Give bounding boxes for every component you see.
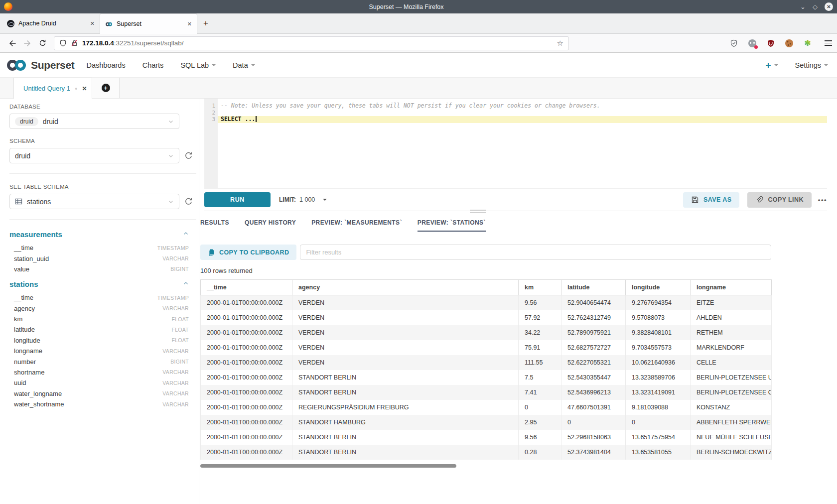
firefox-logo-icon — [4, 2, 12, 11]
tracking-shield-icon[interactable] — [59, 39, 67, 47]
editor-line: 3SELECT ... — [204, 116, 827, 123]
copy-to-clipboard-button[interactable]: COPY TO CLIPBOARD — [200, 245, 296, 260]
url-bar[interactable]: 172.18.0.4:32251/superset/sqllab/ ☆ — [54, 36, 569, 50]
window-maximize-icon[interactable]: ◇ — [813, 3, 818, 10]
copy-link-button[interactable]: COPY LINK — [747, 192, 811, 208]
new-item-button[interactable]: + — [765, 60, 778, 71]
pocket-shield-icon[interactable] — [729, 39, 738, 48]
editor-line: 1-- Note: Unless you save your query, th… — [204, 103, 827, 110]
nav-item-charts[interactable]: Charts — [142, 61, 164, 69]
table-cell: MARKLENDORF — [691, 340, 772, 355]
browser-tab-apache-druid[interactable]: Apache Druid✕ — [2, 13, 100, 33]
table-cell: VERDEN — [292, 325, 519, 340]
column-header-agency[interactable]: agency — [292, 280, 519, 295]
column-name: value — [14, 265, 29, 273]
pane-resize-handle[interactable] — [470, 210, 486, 213]
refresh-schema-icon[interactable] — [184, 151, 193, 160]
table-schema-header[interactable]: stations — [9, 279, 189, 288]
table-cell: 111.55 — [519, 355, 561, 370]
new-browser-tab-button[interactable]: + — [197, 13, 214, 33]
results-tab-preview-stations[interactable]: PREVIEW: `STATIONS` — [418, 219, 486, 232]
nav-item-data[interactable]: Data — [233, 61, 255, 69]
table-cell: 9.7034557573 — [626, 340, 691, 355]
table-row: 2000-01-01T00:00:00.000ZVERDEN34.2252.78… — [201, 325, 772, 340]
table-cell: VERDEN — [292, 355, 519, 370]
horizontal-scrollbar[interactable] — [200, 464, 771, 468]
chevron-down-icon — [251, 64, 255, 66]
window-close-icon[interactable]: ✕ — [825, 2, 833, 11]
table-select[interactable]: stations — [9, 194, 179, 209]
url-text[interactable]: 172.18.0.4:32251/superset/sqllab/ — [82, 39, 553, 47]
table-row: 2000-01-01T00:00:00.000ZSTANDORT BERLIN0… — [201, 445, 772, 460]
superset-logo[interactable]: Superset — [5, 58, 74, 72]
more-options-icon[interactable]: ••• — [818, 196, 827, 204]
reload-button[interactable] — [35, 39, 50, 47]
column-type: VARCHAR — [162, 348, 189, 354]
scrollbar-thumb[interactable] — [200, 464, 456, 468]
line-number: 3 — [204, 116, 218, 123]
refresh-tables-icon[interactable] — [184, 197, 193, 206]
column-name: __time — [14, 294, 33, 301]
results-tab-results[interactable]: RESULTS — [200, 219, 229, 232]
menu-hamburger-icon[interactable] — [825, 40, 832, 46]
schema-select[interactable]: druid — [9, 148, 179, 163]
add-query-tab-button[interactable]: + — [92, 78, 120, 98]
run-button[interactable]: RUN — [204, 192, 271, 207]
table-row: 2000-01-01T00:00:00.000ZVERDEN75.9152.68… — [201, 340, 772, 355]
column-header-longitude[interactable]: longitude — [626, 280, 691, 295]
column-header-time[interactable]: __time — [201, 280, 292, 295]
table-cell: 0 — [561, 415, 626, 430]
browser-tab-superset[interactable]: Superset✕ — [100, 13, 197, 34]
sparkle-extension-icon[interactable]: ✱ — [803, 39, 812, 48]
browser-tab-title: Apache Druid — [18, 20, 86, 27]
column-header-km[interactable]: km — [519, 280, 561, 295]
table-cell: 0.28 — [519, 445, 561, 460]
forward-button[interactable] — [20, 39, 35, 47]
results-tab-preview-measurements[interactable]: PREVIEW: `MEASUREMENTS` — [311, 219, 402, 232]
limit-dropdown[interactable]: LIMIT: 1 000 — [279, 196, 327, 203]
window-minimize-icon[interactable]: ⌄ — [800, 3, 806, 10]
settings-menu[interactable]: Settings — [795, 61, 828, 69]
schema-column-row: uuidVARCHAR — [9, 378, 189, 388]
tab-state-dot-icon: ● — [75, 86, 77, 91]
table-cell: 7.41 — [519, 385, 561, 400]
nav-item-sql-lab[interactable]: SQL Lab — [180, 61, 216, 69]
text-cursor-icon — [256, 116, 257, 122]
filter-results-input[interactable] — [300, 245, 771, 260]
table-cell: EITZE — [691, 295, 772, 310]
ublock-extension-icon[interactable] — [766, 39, 775, 48]
query-tab-title[interactable]: Untitled Query 1 — [23, 85, 70, 92]
bookmark-star-icon[interactable]: ☆ — [557, 39, 563, 48]
table-cell: VERDEN — [292, 295, 519, 310]
schema-column-row: agencyVARCHAR — [9, 303, 189, 314]
table-row: 2000-01-01T00:00:00.000ZSTANDORT BERLIN7… — [201, 385, 772, 400]
save-as-button[interactable]: SAVE AS — [683, 192, 739, 208]
column-header-longname[interactable]: longname — [691, 280, 772, 295]
table-row: 2000-01-01T00:00:00.000ZVERDEN9.5652.904… — [201, 295, 772, 310]
cookie-extension-icon[interactable] — [785, 39, 794, 48]
nav-item-dashboards[interactable]: Dashboards — [86, 61, 125, 69]
chevron-up-icon[interactable] — [183, 230, 189, 239]
table-cell: 9.56 — [519, 295, 561, 310]
close-icon[interactable]: ✕ — [82, 85, 87, 92]
table-schema-header[interactable]: measurements — [9, 230, 189, 239]
table-cell: 75.91 — [519, 340, 561, 355]
database-select[interactable]: druid druid — [9, 114, 179, 129]
chevron-up-icon[interactable] — [183, 279, 189, 288]
table-cell: STANDORT BERLIN — [292, 430, 519, 445]
database-badge: druid — [15, 117, 38, 126]
query-tab[interactable]: Untitled Query 1 ● ✕ — [13, 78, 92, 99]
close-icon[interactable]: ✕ — [187, 21, 192, 27]
mask-extension-icon[interactable] — [748, 39, 757, 48]
column-name: water_shortname — [14, 400, 64, 408]
close-icon[interactable]: ✕ — [90, 20, 95, 27]
column-header-latitude[interactable]: latitude — [561, 280, 626, 295]
column-type: TIMESTAMP — [157, 295, 189, 301]
back-button[interactable] — [5, 39, 20, 47]
insecure-lock-icon[interactable] — [71, 39, 78, 47]
table-cell: 52.7624312749 — [561, 310, 626, 325]
results-tab-query-history[interactable]: QUERY HISTORY — [245, 219, 296, 232]
table-cell: 2000-01-01T00:00:00.000Z — [201, 310, 292, 325]
sql-editor[interactable]: 1-- Note: Unless you save your query, th… — [204, 99, 827, 188]
table-cell: NEUE MÜHLE SCHLEUSE OP — [691, 430, 772, 445]
